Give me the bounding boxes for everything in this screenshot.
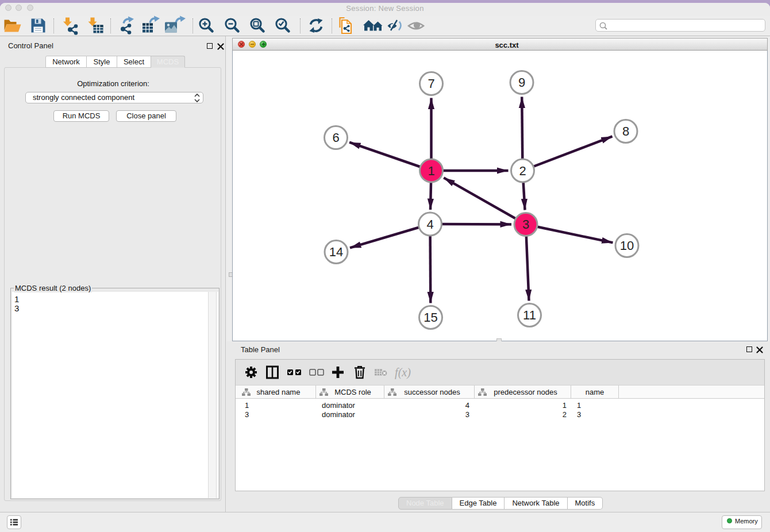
svg-text:f(x): f(x): [395, 366, 411, 379]
svg-text:3: 3: [522, 217, 529, 232]
svg-text:11: 11: [523, 308, 536, 322]
svg-text:7: 7: [428, 76, 434, 91]
svg-text:8: 8: [622, 124, 629, 138]
svg-text:1: 1: [428, 164, 434, 178]
svg-text:14: 14: [329, 245, 343, 259]
svg-text:4: 4: [426, 217, 433, 232]
svg-text:2: 2: [519, 164, 526, 178]
svg-text:9: 9: [518, 75, 525, 90]
svg-text:15: 15: [424, 310, 437, 325]
svg-text:10: 10: [620, 238, 634, 253]
svg-text:6: 6: [332, 130, 339, 145]
